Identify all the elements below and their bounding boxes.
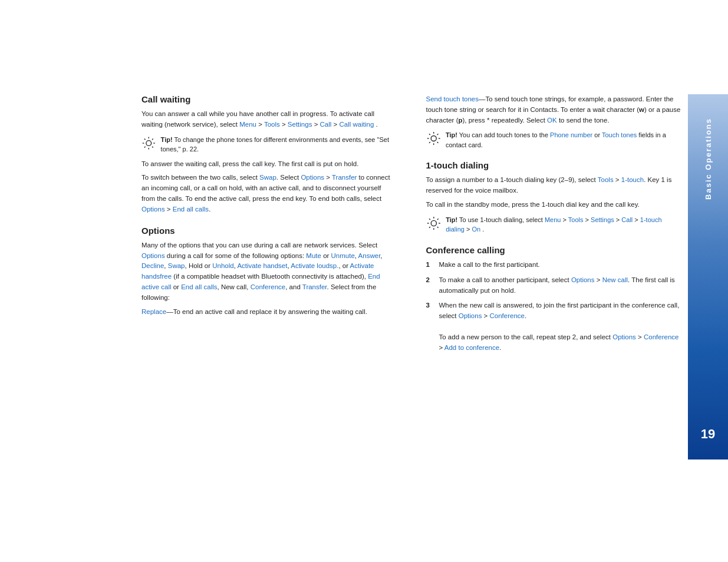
options-add-link[interactable]: Options [612, 333, 636, 340]
tip-text-3: Tip! To use 1-touch dialing, select Menu… [446, 215, 681, 234]
svg-line-16 [437, 134, 438, 135]
list-num-2: 2 [426, 275, 434, 296]
unhold-link[interactable]: Unhold [212, 262, 233, 269]
activate-handset-link[interactable]: Activate handset [237, 262, 287, 269]
tip-icon-2 [426, 130, 441, 147]
left-column: Call waiting You can answer a call while… [141, 94, 403, 503]
call-link-3[interactable]: Call [621, 216, 633, 223]
add-to-conference-link[interactable]: Add to conference [444, 344, 499, 351]
swap-link[interactable]: Swap [259, 174, 276, 181]
period-3: . [482, 226, 484, 233]
unmute-link[interactable]: Unmute [331, 252, 355, 259]
mute-link[interactable]: Mute [306, 252, 321, 259]
call-waiting-title: Call waiting [141, 94, 397, 104]
conference-link-opt[interactable]: Conference [251, 283, 285, 290]
or-text: or [594, 131, 602, 138]
tip-text-2: Tip! You can add touch tones to the Phon… [446, 130, 681, 150]
gt-3c: > [616, 216, 621, 223]
side-tab: Basic Operations 19 [688, 94, 728, 459]
one-touch-link[interactable]: 1-touch [621, 176, 644, 183]
right-column: Send touch tones—To send touch tone stri… [420, 94, 681, 503]
svg-line-15 [437, 142, 438, 143]
list-content-1: Make a call to the first participant. [439, 260, 681, 270]
tip-box-1: Tip! To change the phone tones for diffe… [141, 135, 397, 154]
end-all-calls-link-2[interactable]: End all calls [181, 283, 217, 290]
options-link-2[interactable]: Options [141, 206, 165, 213]
menu-link[interactable]: Menu [239, 121, 256, 128]
page-number: 19 [701, 427, 715, 442]
content-area: Call waiting You can answer a call while… [141, 94, 681, 503]
conference-link-2[interactable]: Conference [644, 333, 678, 340]
svg-line-23 [429, 219, 430, 220]
new-call-link[interactable]: New call [602, 276, 628, 283]
svg-line-26 [429, 227, 430, 228]
svg-line-14 [429, 134, 430, 135]
w-char: w [639, 106, 644, 113]
on-link[interactable]: On [472, 226, 481, 233]
svg-point-0 [146, 140, 151, 146]
call-waiting-para1: You can answer a call while you have ano… [141, 109, 397, 130]
arrow1: > [258, 121, 264, 128]
call-waiting-para2: To answer the waiting call, press the ca… [141, 159, 397, 170]
send-touch-para: Send touch tones—To send touch tone stri… [426, 94, 681, 125]
tip-content-2: You can add touch tones to the [459, 131, 550, 138]
send-touch-link[interactable]: Send touch tones [426, 95, 479, 103]
gt-3b: > [585, 216, 591, 223]
gt-3d: > [634, 216, 640, 223]
conference-link[interactable]: Conference [490, 312, 525, 319]
one-touch-title: 1-touch dialing [426, 160, 681, 170]
one-touch-para1: To assign a number to a 1-touch dialing … [426, 175, 681, 196]
options-during-call[interactable]: Options [141, 252, 165, 259]
tip-label-3: Tip! [446, 216, 457, 223]
call-link[interactable]: Call [320, 121, 332, 128]
menu-link-3[interactable]: Menu [545, 216, 561, 223]
ok-link[interactable]: OK [547, 117, 557, 124]
tools-link-2[interactable]: Tools [598, 176, 614, 183]
conference-item-1: 1 Make a call to the first participant. [426, 260, 681, 270]
settings-link-3[interactable]: Settings [591, 216, 614, 223]
arrow4: > [334, 121, 340, 128]
svg-point-18 [431, 220, 436, 226]
tip-box-3: Tip! To use 1-touch dialing, select Menu… [426, 215, 681, 234]
arrow3: > [314, 121, 320, 128]
call-waiting-link[interactable]: Call waiting [339, 121, 374, 128]
replace-link[interactable]: Replace [141, 308, 166, 315]
svg-line-8 [144, 146, 146, 147]
settings-link[interactable]: Settings [288, 121, 312, 128]
options-conf-link-2[interactable]: Options [459, 312, 482, 319]
activate-loudsp-link[interactable]: Activate loudsp. [291, 262, 338, 269]
hold-text: Hold [189, 262, 203, 269]
tools-link[interactable]: Tools [264, 121, 280, 128]
period1: . [376, 121, 378, 128]
svg-point-9 [431, 136, 436, 141]
tip-text-1: Tip! To change the phone tones for diffe… [161, 135, 397, 154]
gt-3e: > [466, 226, 472, 233]
svg-line-25 [437, 219, 438, 220]
replace-para: Replace—To end an active call and replac… [141, 307, 397, 318]
answer-link[interactable]: Answer [358, 252, 381, 259]
phone-number-link[interactable]: Phone number [550, 131, 592, 138]
options-link-1[interactable]: Options [301, 174, 324, 181]
conference-title: Conference calling [426, 245, 681, 255]
options-para1: Many of the options that you can use dur… [141, 240, 397, 303]
svg-line-24 [437, 227, 438, 228]
decline-link[interactable]: Decline [141, 262, 164, 269]
list-content-3: When the new call is answered, to join t… [439, 300, 681, 353]
tip-content-3: To use 1-touch dialing, select [459, 216, 545, 223]
transfer-link-2[interactable]: Transfer [302, 283, 327, 290]
side-tab-label: Basic Operations [704, 118, 713, 200]
svg-line-5 [144, 138, 146, 140]
end-all-calls-link[interactable]: End all calls [173, 206, 209, 213]
transfer-link[interactable]: Transfer [332, 174, 357, 181]
swap-link-2[interactable]: Swap [168, 262, 185, 269]
list-num-1: 1 [426, 260, 434, 270]
tip-label-1: Tip! [161, 136, 173, 143]
tip-content-1: To change the phone tones for different … [161, 136, 389, 153]
touch-tones-link[interactable]: Touch tones [602, 131, 637, 138]
conference-list: 1 Make a call to the first participant. … [426, 260, 681, 353]
tip-box-2: Tip! You can add touch tones to the Phon… [426, 130, 681, 150]
tools-link-3[interactable]: Tools [568, 216, 584, 223]
p-char: p [458, 117, 462, 124]
options-conf-link[interactable]: Options [571, 276, 595, 283]
tip-label-2: Tip! [446, 131, 457, 138]
